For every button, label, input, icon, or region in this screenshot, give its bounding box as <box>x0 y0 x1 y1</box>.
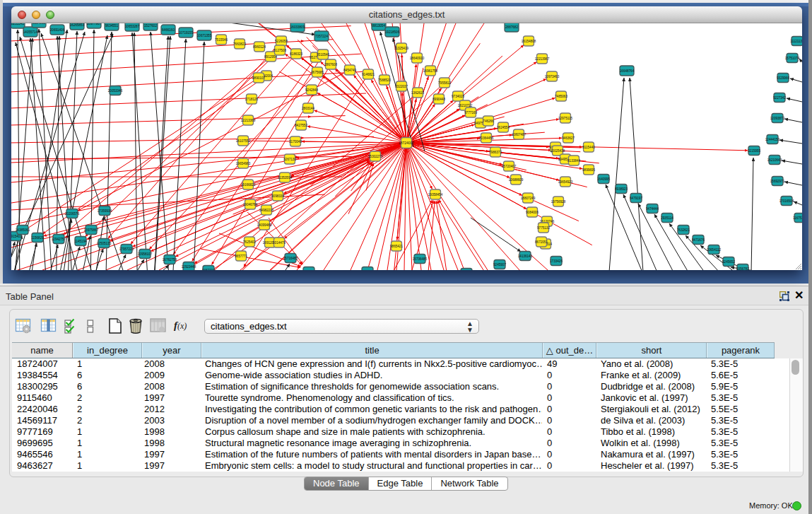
svg-text:19654983: 19654983 <box>236 162 251 165</box>
svg-text:8235541: 8235541 <box>11 23 24 25</box>
svg-text:18640910: 18640910 <box>410 57 425 60</box>
svg-text:18724007: 18724007 <box>399 141 414 145</box>
svg-text:1640995: 1640995 <box>597 177 610 181</box>
svg-text:10025438: 10025438 <box>551 149 565 153</box>
svg-text:10653287: 10653287 <box>125 25 140 28</box>
svg-text:1527602: 1527602 <box>144 24 157 28</box>
svg-text:19218506: 19218506 <box>385 30 400 34</box>
svg-text:10719155: 10719155 <box>179 31 194 35</box>
svg-text:9146821: 9146821 <box>362 73 375 76</box>
svg-text:16782759: 16782759 <box>163 258 177 262</box>
svg-text:15692971: 15692971 <box>770 180 785 183</box>
svg-text:16961758: 16961758 <box>423 69 438 73</box>
svg-text:10807487: 10807487 <box>512 133 526 136</box>
svg-text:7485063: 7485063 <box>555 95 567 98</box>
svg-text:2867608: 2867608 <box>324 63 337 66</box>
svg-text:9084006: 9084006 <box>526 211 539 214</box>
svg-text:16648764: 16648764 <box>620 69 635 73</box>
svg-text:19166823: 19166823 <box>241 183 256 187</box>
svg-text:5226058: 5226058 <box>275 40 288 43</box>
svg-text:1362615: 1362615 <box>411 91 424 95</box>
svg-text:20691406: 20691406 <box>50 28 65 32</box>
svg-text:2935114: 2935114 <box>661 216 673 220</box>
svg-text:16107552: 16107552 <box>236 139 251 143</box>
svg-text:15716485: 15716485 <box>283 257 298 260</box>
svg-text:17016504: 17016504 <box>779 199 794 203</box>
svg-text:15736485: 15736485 <box>413 257 428 261</box>
svg-text:14385061: 14385061 <box>16 228 30 232</box>
svg-text:9462104: 9462104 <box>202 269 215 270</box>
svg-text:8912954: 8912954 <box>264 55 277 59</box>
svg-text:9098334: 9098334 <box>271 194 284 198</box>
svg-text:17957223: 17957223 <box>119 247 134 251</box>
svg-text:6466160: 6466160 <box>162 28 175 32</box>
svg-text:3170048: 3170048 <box>289 140 302 144</box>
svg-text:12942757: 12942757 <box>52 238 66 241</box>
svg-text:7986372: 7986372 <box>489 151 502 154</box>
svg-text:9890107: 9890107 <box>252 76 265 80</box>
svg-text:12444150: 12444150 <box>765 138 780 141</box>
svg-text:8115440: 8115440 <box>582 146 595 149</box>
svg-text:10688609: 10688609 <box>509 178 524 182</box>
svg-text:9314479: 9314479 <box>273 241 286 245</box>
svg-text:10958107: 10958107 <box>138 252 153 256</box>
svg-text:8133844: 8133844 <box>567 159 580 163</box>
svg-text:6479197: 6479197 <box>630 197 642 200</box>
svg-text:2718126: 2718126 <box>245 98 258 101</box>
svg-text:8454749: 8454749 <box>343 69 356 72</box>
svg-text:12213369: 12213369 <box>241 119 256 122</box>
svg-text:1145194: 1145194 <box>74 240 87 243</box>
svg-text:7663822: 7663822 <box>233 42 246 46</box>
svg-text:15302273: 15302273 <box>368 155 383 158</box>
svg-text:18807249: 18807249 <box>521 197 536 200</box>
svg-text:10977967: 10977967 <box>87 23 102 25</box>
svg-text:9899695: 9899695 <box>582 168 595 172</box>
svg-text:11325419: 11325419 <box>394 47 409 50</box>
svg-text:19358454: 19358454 <box>428 193 443 197</box>
svg-text:18210722: 18210722 <box>458 104 473 107</box>
svg-text:9134092: 9134092 <box>33 23 45 25</box>
svg-text:8186323: 8186323 <box>290 52 302 56</box>
svg-text:3624554: 3624554 <box>497 126 510 129</box>
svg-text:8471676: 8471676 <box>692 238 705 242</box>
svg-text:14099489: 14099489 <box>257 223 272 227</box>
svg-text:8672051: 8672051 <box>535 240 548 244</box>
svg-text:8127508: 8127508 <box>273 49 286 52</box>
svg-text:1733426: 1733426 <box>550 259 563 263</box>
svg-text:12093872: 12093872 <box>770 117 785 120</box>
svg-text:7632621: 7632621 <box>677 228 690 232</box>
svg-text:14136141: 14136141 <box>518 255 533 258</box>
svg-text:20206576: 20206576 <box>65 212 80 216</box>
svg-text:9227342: 9227342 <box>773 96 786 100</box>
svg-text:1156829: 1156829 <box>31 236 44 240</box>
svg-text:8427552: 8427552 <box>295 124 307 127</box>
svg-text:9329966: 9329966 <box>777 76 789 80</box>
svg-text:11675331: 11675331 <box>793 216 802 220</box>
svg-text:8990448: 8990448 <box>433 98 445 101</box>
svg-text:9242848: 9242848 <box>305 88 318 92</box>
svg-text:8322037: 8322037 <box>395 85 408 88</box>
svg-text:9474444: 9474444 <box>646 207 659 211</box>
svg-text:8813054: 8813054 <box>372 24 385 28</box>
svg-text:7625402: 7625402 <box>243 240 256 244</box>
svg-text:20053346: 20053346 <box>108 89 123 93</box>
svg-text:12923448: 12923448 <box>182 265 196 269</box>
svg-text:16265853: 16265853 <box>70 23 85 27</box>
svg-text:11121133: 11121133 <box>790 40 802 43</box>
svg-text:9463627: 9463627 <box>562 136 575 140</box>
svg-text:9777169: 9777169 <box>464 111 477 115</box>
svg-text:7955812: 7955812 <box>438 81 451 85</box>
svg-text:2887682: 2887682 <box>505 25 518 29</box>
svg-text:15751074: 15751074 <box>785 57 800 60</box>
svg-text:14055714: 14055714 <box>23 30 38 34</box>
svg-text:10973493: 10973493 <box>545 75 560 78</box>
svg-text:3215955: 3215955 <box>748 149 760 153</box>
svg-text:19046788: 19046788 <box>243 203 258 206</box>
svg-text:20364456: 20364456 <box>479 136 494 140</box>
svg-text:7357224: 7357224 <box>315 35 328 38</box>
svg-text:9356782: 9356782 <box>736 267 749 270</box>
svg-text:16210643: 16210643 <box>767 158 782 162</box>
svg-text:9657771: 9657771 <box>235 255 247 258</box>
svg-text:8960124: 8960124 <box>253 45 266 49</box>
svg-text:9245907: 9245907 <box>493 263 506 267</box>
